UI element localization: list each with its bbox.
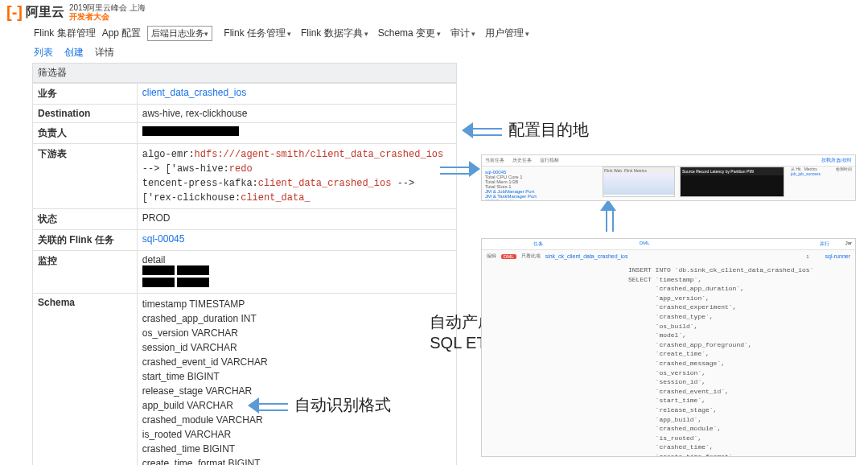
schema-field: crashed_time BIGINT bbox=[142, 442, 451, 456]
row-status-key: 状态 bbox=[33, 209, 138, 230]
mini-sql-tab-jar[interactable]: Jar bbox=[845, 241, 852, 248]
row-downstream-key: 下游表 bbox=[33, 144, 138, 209]
redacted-owner bbox=[142, 126, 239, 136]
menu-schema-change[interactable]: Schema 变更▾ bbox=[378, 27, 441, 40]
menu-audit[interactable]: 审计▾ bbox=[450, 27, 475, 40]
mini-sql-tab-task[interactable]: 任务 bbox=[533, 241, 543, 248]
callout-schema-label: 自动识别格式 bbox=[294, 394, 391, 416]
mini-sql-edit[interactable]: 编辑 bbox=[487, 253, 496, 260]
mini-sql-sink-link[interactable]: sink_ck_client_data_crashed_ios bbox=[545, 253, 628, 259]
row-owner-val bbox=[137, 123, 456, 144]
callout-flink-arrow bbox=[440, 161, 480, 177]
sql-code[interactable]: INSERT INTO `db.sink_ck_client_data_cras… bbox=[628, 265, 852, 457]
row-flink-key: 关联的 Flink 任务 bbox=[33, 230, 138, 251]
mini-sql-tab-dml[interactable]: DML bbox=[640, 241, 650, 248]
row-dest-key: Destination bbox=[33, 105, 138, 123]
arrow-left-icon bbox=[462, 122, 502, 138]
redacted-monitor3 bbox=[142, 278, 175, 287]
arrow-left-icon bbox=[248, 397, 288, 414]
dml-badge: DML bbox=[501, 254, 516, 259]
schema-field: os_version VARCHAR bbox=[142, 326, 451, 340]
tab-list[interactable]: 列表 bbox=[34, 46, 53, 60]
detail-table: 业务 client_data_crashed_ios Destination a… bbox=[32, 83, 457, 465]
menu-user[interactable]: 用户管理▾ bbox=[485, 27, 529, 40]
menu-flink-dict[interactable]: Flink 数据字典▾ bbox=[301, 27, 368, 40]
redacted-monitor4 bbox=[177, 278, 209, 287]
chevron-down-icon: ▾ bbox=[287, 30, 291, 38]
business-dropdown[interactable]: 后端日志业务▾ bbox=[147, 26, 212, 41]
row-monitor-val: detail bbox=[137, 251, 456, 294]
schema-field: is_rooted VARCHAR bbox=[142, 427, 451, 442]
mini-metrics-right[interactable]: 按我所选/按时 bbox=[821, 157, 852, 164]
mini-sql-tab-parallel[interactable]: 并行 bbox=[820, 241, 829, 248]
mini-chart2[interactable]: Source Record Latency by Partition P99 bbox=[680, 167, 784, 197]
schema-field: timestamp TIMESTAMP bbox=[142, 297, 451, 311]
schema-field: start_time BIGINT bbox=[142, 369, 451, 384]
row-schema-key: Schema bbox=[33, 294, 138, 466]
redacted-monitor2 bbox=[177, 265, 209, 275]
row-schema-val: timestamp TIMESTAMPcrashed_app_duration … bbox=[137, 294, 456, 466]
menu-flink-task[interactable]: Flink 任务管理▾ bbox=[224, 27, 291, 40]
row-downstream-val: algo-emr:hdfs:///agent-smith/client_data… bbox=[137, 144, 456, 209]
schema-field: crashed_event_id VARCHAR bbox=[142, 355, 451, 369]
schema-field: crashed_app_duration INT bbox=[142, 311, 451, 326]
nav-app-config[interactable]: App 配置 bbox=[102, 27, 142, 40]
mini-link3[interactable]: 进程日志存储 bbox=[485, 199, 557, 201]
sub-tabs: 列表 创建 详情 bbox=[0, 43, 868, 63]
mini-sql-runner[interactable]: sql-runner bbox=[825, 253, 850, 259]
mini-sql-readonly[interactable]: 只看此项 bbox=[521, 253, 541, 260]
callout-dest-label: 配置目的地 bbox=[508, 119, 589, 141]
brand-subtitle: 2019阿里云峰会 上海 开发者大会 bbox=[69, 3, 146, 21]
tab-create[interactable]: 创建 bbox=[64, 46, 84, 60]
row-monitor-key: 监控 bbox=[33, 251, 138, 294]
arrow-up-icon bbox=[600, 200, 616, 232]
mini-sql-parallel-val: 1 bbox=[806, 254, 808, 259]
mini-tab-current[interactable]: 当前任务 bbox=[485, 157, 504, 164]
callout-destination: 配置目的地 bbox=[462, 119, 589, 141]
row-flink-val[interactable]: sql-00045 bbox=[137, 230, 456, 251]
chevron-down-icon: ▾ bbox=[471, 30, 475, 38]
page-header: [-] 阿里云 2019阿里云峰会 上海 开发者大会 bbox=[0, 0, 868, 24]
row-biz-val[interactable]: client_data_crashed_ios bbox=[137, 84, 456, 105]
row-owner-key: 负责人 bbox=[33, 123, 138, 144]
mini-sql-panel: 任务 DML 并行 Jar 编辑 DML 只看此项 sink_ck_client… bbox=[481, 238, 856, 457]
mini-tab-history[interactable]: 历史任务 bbox=[512, 157, 532, 164]
brand-text: 阿里云 bbox=[26, 4, 64, 21]
chevron-down-icon: ▾ bbox=[437, 30, 441, 38]
callout-schema: 自动识别格式 bbox=[248, 394, 391, 416]
row-status-val: PROD bbox=[137, 209, 456, 230]
top-nav: Flink 集群管理 App 配置 后端日志业务▾ Flink 任务管理▾ Fl… bbox=[0, 24, 868, 43]
mini-metrics-panel: 当前任务 历史任务 运行指标 按我所选/按时 sql-00045 Total C… bbox=[481, 154, 856, 201]
chevron-down-icon: ▾ bbox=[525, 30, 529, 38]
row-biz-key: 业务 bbox=[33, 84, 138, 105]
chevron-down-icon: ▾ bbox=[364, 30, 368, 38]
schema-field: create_time_format BIGINT bbox=[142, 456, 451, 465]
filter-bar[interactable]: 筛选器 bbox=[32, 63, 457, 83]
mini-job-success[interactable]: job_job_success bbox=[791, 171, 821, 176]
mini-tab-metrics[interactable]: 运行指标 bbox=[540, 157, 559, 164]
row-dest-val: aws-hive, rex-clickhouse bbox=[137, 105, 456, 123]
logo-icon: [-] bbox=[6, 3, 23, 22]
tab-detail[interactable]: 详情 bbox=[95, 46, 114, 60]
callout-up-arrow bbox=[600, 200, 616, 232]
redacted-monitor1 bbox=[142, 265, 175, 275]
schema-field: session_id VARCHAR bbox=[142, 340, 451, 355]
chevron-down-icon: ▾ bbox=[204, 30, 208, 38]
mini-chart1[interactable]: Flink Web: Flink Metrics bbox=[603, 167, 675, 197]
mini-col3: 检测时间 bbox=[836, 167, 852, 171]
nav-cluster[interactable]: Flink 集群管理 bbox=[34, 27, 96, 40]
arrow-right-icon bbox=[440, 161, 480, 177]
